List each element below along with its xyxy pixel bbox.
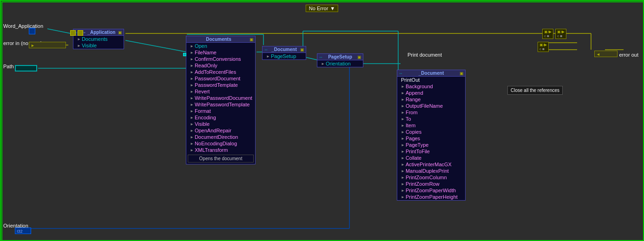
arrow-icon: ► (190, 109, 194, 113)
docs-writepwdtempl-item[interactable]: ► WritePasswordTemplate (186, 101, 255, 108)
doc2-pagetype-item[interactable]: ► PageType (397, 142, 465, 148)
ref-box-2[interactable]: ▣/▶ c ■ (555, 29, 566, 39)
ref-sub-2: c ■ (557, 34, 565, 38)
docs-readonly-label: ReadOnly (195, 63, 217, 68)
doc2-collate-item[interactable]: ► Collate (397, 155, 465, 161)
doc2-manualduplex-label: ManualDuplexPrint (406, 168, 449, 174)
doc2-manualduplex-item[interactable]: ► ManualDuplexPrint (397, 168, 465, 174)
doc2-outputfile-item[interactable]: ► OutputFileName (397, 103, 465, 109)
documents-node: Documents ▣ ► Open ► FileName ► ConfirmC… (186, 36, 256, 164)
docs-open-item[interactable]: ► Open (186, 43, 255, 49)
docs-writepwdtempl-label: WritePasswordTemplate (195, 102, 250, 107)
arrow-icon: ► (401, 85, 405, 89)
ref-icon-2: ▣/▶ (557, 30, 565, 34)
doc2-printzoomcol-item[interactable]: ► PrintZoomColumn (397, 174, 465, 181)
docs-revert-item[interactable]: ► Revert (186, 88, 255, 95)
docs-encoding-item[interactable]: ► Encoding (186, 114, 255, 121)
docs-pwddoc-item[interactable]: ► PasswordDocument (186, 75, 255, 82)
ref-box-1[interactable]: ▣/▶ c ■ (542, 29, 553, 39)
docs-port-icon: ▣ (250, 37, 254, 42)
docs-readonly-item[interactable]: ► ReadOnly (186, 62, 255, 69)
docs-visible-item[interactable]: ► Visible (186, 121, 255, 127)
arrow-icon: ► (401, 156, 405, 160)
error-status-text: No Error (309, 6, 329, 11)
docs-filename-item[interactable]: ► FileName (186, 49, 255, 56)
pagesetup-orientation-item[interactable]: ► Orientation (317, 60, 363, 67)
doc2-printout-item[interactable]: PrintOut (397, 77, 465, 83)
docs-xml-item[interactable]: ► XMLTransform (186, 147, 255, 153)
doc2-printout-label: PrintOut (401, 77, 420, 83)
error-out-box[interactable]: ◄ (594, 51, 618, 57)
pagesetup-node: ↔ PageSetup ▣ ► Orientation (317, 53, 363, 67)
ref-box-3[interactable]: ▣/▶ c ■ (538, 42, 549, 52)
doc2-copies-item[interactable]: ► Copies (397, 129, 465, 135)
error-bar[interactable]: No Error ▼ (306, 5, 338, 12)
error-in-box[interactable]: ► (29, 42, 66, 48)
word-app-icon[interactable] (29, 28, 35, 34)
doc2-printzoomwidth-label: PrintZoomPaperWidth (406, 188, 456, 193)
doc2-item-item[interactable]: ► Item (397, 122, 465, 129)
documents-node-header: Documents ▣ (186, 36, 255, 43)
arrow-icon: ► (190, 51, 194, 55)
arrow-icon: ► (190, 122, 194, 126)
docs-open-label: Open (195, 43, 207, 49)
close-references-label: Close all the references (511, 88, 559, 93)
doc2-activeprintermac-item[interactable]: ► ActivePrinterMacGX (397, 161, 465, 168)
arrow-icon: ► (190, 103, 194, 107)
docs-docdirection-label: DocumentDirection (195, 134, 238, 140)
arrow-icon: ► (190, 135, 194, 139)
path-input[interactable] (15, 65, 37, 72)
doc2-item-label: Item (406, 123, 415, 128)
error-out-label: error out (619, 52, 638, 58)
document2-port-icon: ▣ (460, 71, 464, 76)
doc2-from-item[interactable]: ► From (397, 109, 465, 116)
docs-writepwddoc-item[interactable]: ► WritePasswordDocument (186, 95, 255, 101)
doc2-background-item[interactable]: ► Background (397, 83, 465, 90)
doc2-append-item[interactable]: ► Append (397, 90, 465, 96)
word-application-label: Word_Application (3, 23, 43, 29)
pagesetup-header: ↔ PageSetup ▣ (317, 54, 363, 60)
arrow-icon: ► (401, 189, 405, 193)
arrow-icon: ► (401, 137, 405, 141)
doc2-printzoomwidth-item[interactable]: ► PrintZoomPaperWidth (397, 187, 465, 194)
arrow-icon: ► (401, 104, 405, 108)
docs-format-item[interactable]: ► Format (186, 108, 255, 114)
docs-noencode-label: NoEncodingDialog (195, 141, 237, 146)
docs-openrepair-item[interactable]: ► OpenAndRepair (186, 127, 255, 134)
doc2-pages-item[interactable]: ► Pages (397, 135, 465, 142)
app-icon-2[interactable] (78, 30, 83, 36)
orientation-input[interactable]: I32 (15, 228, 31, 234)
error-dropdown-arrow[interactable]: ▼ (330, 6, 335, 11)
doc2-range-item[interactable]: ► Range (397, 96, 465, 103)
pagesetup-icon: ↔ (319, 55, 323, 59)
docs-noencode-item[interactable]: ► NoEncodingDialog (186, 140, 255, 147)
application-title: ↔ _Application (82, 30, 116, 35)
doc-pagesetup-item[interactable]: ► PageSetup (263, 53, 306, 59)
app-icon-1[interactable] (70, 30, 76, 36)
document-node-header: ↔ _Document ▣ (263, 46, 306, 53)
app-documents-item[interactable]: ► Documents (73, 36, 124, 42)
docs-confirm-item[interactable]: ► ConfirmConversions (186, 56, 255, 62)
doc-pagesetup-label: PageSetup (271, 53, 296, 59)
doc2-printzoomrow-item[interactable]: ► PrintZoomRow (397, 181, 465, 187)
docs-docdirection-item[interactable]: ► DocumentDirection (186, 134, 255, 140)
doc2-printzoomheight-label: PrintZoomPaperHeight (406, 194, 458, 200)
doc2-printtofile-item[interactable]: ► PrintToFile (397, 148, 465, 155)
doc2-printzoomrow-label: PrintZoomRow (406, 181, 440, 187)
mid-right-refs: ▣/▶ c ■ (538, 42, 549, 52)
arrow-icon: ► (401, 98, 405, 102)
document-node: ↔ _Document ▣ ► PageSetup (262, 46, 306, 60)
docs-xml-label: XMLTransform (195, 147, 228, 153)
doc2-printzoomheight-item[interactable]: ► PrintZoomPaperHeight (397, 194, 465, 200)
app-visible-item[interactable]: ► Visible (73, 42, 124, 49)
document2-title: _Document (419, 71, 444, 76)
doc2-printzoomcol-label: PrintZoomColumn (406, 175, 447, 180)
arrow-icon: ► (401, 150, 405, 154)
doc2-to-item[interactable]: ► To (397, 116, 465, 122)
documents-title: Documents (188, 37, 250, 42)
arrow-icon: ► (190, 83, 194, 87)
arrow-icon: ► (401, 91, 405, 95)
document2-header: ↔ _Document ▣ (397, 70, 465, 77)
docs-pwdtempl-item[interactable]: ► PasswordTemplate (186, 82, 255, 88)
docs-addrecent-item[interactable]: ► AddToRecentFiles (186, 69, 255, 75)
